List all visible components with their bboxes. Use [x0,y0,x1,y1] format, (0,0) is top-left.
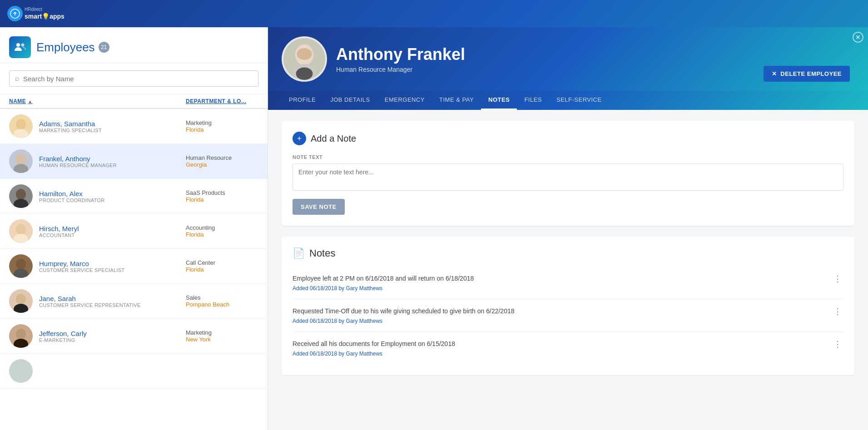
tab-notes[interactable]: NOTES [481,91,517,110]
employee-avatar [9,184,33,208]
notes-section: 📄 Notes Employee left at 2 PM on 6/16/20… [282,237,854,375]
employee-info: Adams, Samantha MARKETING SPECIALIST [39,120,186,133]
dept-location: Florida [186,266,258,273]
employee-row[interactable]: Humprey, Marco CUSTOMER SERVICE SPECIALI… [0,249,268,284]
note-options-menu[interactable]: ⋮ [832,306,843,316]
employee-role: CUSTOMER SERVICE SPECIALIST [39,267,186,273]
employee-avatar [9,254,33,278]
tab-emergency[interactable]: EMERGENCY [377,91,432,110]
dept-name: Human Resource [186,154,258,161]
logo: HRdirect smart💡apps [7,6,64,21]
note-meta: Added 06/18/2018 by Gary Matthews [293,351,455,357]
svg-point-10 [16,189,26,200]
note-options-menu[interactable]: ⋮ [832,274,843,284]
search-input[interactable] [23,75,253,83]
close-button[interactable]: ✕ [853,32,863,43]
search-area: ⌕ [0,63,268,94]
employee-avatar [9,359,33,383]
svg-point-27 [297,48,312,60]
detail-avatar [282,36,327,82]
employee-row[interactable]: Adams, Samantha MARKETING SPECIALIST Mar… [0,109,268,144]
employee-info: Frankel, Anthony HUMAN RESOURCE MANAGER [39,155,186,168]
search-icon: ⌕ [15,74,20,83]
dept-location: Florida [186,196,258,203]
employee-avatar [9,289,33,313]
employee-avatar [9,149,33,173]
tab-time-pay[interactable]: TIME & PAY [432,91,481,110]
tab-self-service[interactable]: SELF-SERVICE [549,91,609,110]
employee-avatar [9,114,33,138]
note-content: Requested Time-Off due to his wife givin… [293,306,515,324]
note-text-input[interactable] [293,163,843,191]
note-meta: Added 06/18/2018 by Gary Matthews [293,318,515,324]
employees-icon [9,36,31,58]
svg-point-22 [16,329,26,340]
logo-icon [7,6,23,21]
employee-row[interactable] [0,354,268,389]
dept-name: Call Center [186,259,258,266]
employee-dept: Marketing Florida [186,119,258,133]
search-box[interactable]: ⌕ [9,70,258,87]
employee-name: Jefferson, Carly [39,330,186,337]
logo-smartapps: smart💡apps [25,12,64,20]
employee-name: Frankel, Anthony [39,155,186,163]
employee-role: HUMAN RESOURCE MANAGER [39,163,186,168]
dept-location: New York [186,336,258,343]
employee-role: E-MARKETING [39,337,186,343]
dept-location: Florida [186,126,258,133]
employee-avatar [9,219,33,243]
logo-hrdirect: HRdirect [25,6,64,12]
employee-role: PRODUCT COORDINATOR [39,198,186,203]
delete-employee-button[interactable]: ✕ DELETE EMPLOYEE [764,66,850,82]
sort-arrow-icon: ▲ [28,99,32,104]
svg-point-1 [16,43,20,47]
svg-point-13 [16,224,26,235]
svg-point-24 [9,359,33,383]
col-name-header[interactable]: NAME ▲ [9,98,186,104]
add-note-icon: + [293,132,306,145]
employee-dept: Marketing New York [186,329,258,343]
note-text-field: NOTE TEXT [293,154,843,193]
notes-section-title: 📄 Notes [293,247,843,259]
detail-tabs: PROFILEJOB DETAILSEMERGENCYTIME & PAYNOT… [268,91,868,110]
svg-point-7 [15,153,26,165]
dept-name: Sales [186,294,258,301]
col-dept-header[interactable]: DEPARTMENT & LO... [186,98,258,104]
employee-row[interactable]: Hamilton, Alex PRODUCT COORDINATOR SaaS … [0,179,268,214]
employee-dept: Human Resource Georgia [186,154,258,168]
dept-name: Marketing [186,119,258,126]
note-meta: Added 06/18/2018 by Gary Matthews [293,285,474,292]
employee-row[interactable]: Jane, Sarah CUSTOMER SERVICE REPRESENTAT… [0,284,268,319]
tab-files[interactable]: FILES [517,91,549,110]
employee-role: CUSTOMER SERVICE REPRESENTATIVE [39,302,186,308]
dept-name: SaaS Products [186,189,258,196]
dept-name: Marketing [186,329,258,336]
employee-list: Adams, Samantha MARKETING SPECIALIST Mar… [0,109,268,430]
employee-row[interactable]: Jefferson, Carly E-MARKETING Marketing N… [0,319,268,354]
employee-role: ACCOUNTANT [39,232,186,238]
save-note-button[interactable]: SAVE NOTE [293,199,345,215]
note-text: Employee left at 2 PM on 6/16/2018 and w… [293,274,474,283]
employee-name: Hamilton, Alex [39,190,186,198]
employee-row[interactable]: Hirsch, Meryl ACCOUNTANT Accounting Flor… [0,214,268,249]
top-nav: HRdirect smart💡apps [0,0,868,27]
table-header: NAME ▲ DEPARTMENT & LO... [0,94,268,109]
employee-info: Humprey, Marco CUSTOMER SERVICE SPECIALI… [39,260,186,273]
note-item: Received all his documents for Employmen… [293,332,843,364]
right-panel: Anthony Frankel Human Resource Manager ✕… [268,27,868,430]
employee-name: Jane, Sarah [39,295,186,302]
svg-point-19 [16,294,26,305]
employee-name: Adams, Samantha [39,120,186,128]
employee-role: MARKETING SPECIALIST [39,128,186,133]
note-content: Received all his documents for Employmen… [293,339,455,357]
svg-point-29 [296,67,313,80]
employee-name: Hirsch, Meryl [39,225,186,232]
left-panel: Employees 21 ⌕ NAME ▲ DEPARTMENT & LO... [0,27,268,430]
svg-point-2 [21,44,25,47]
note-item: Employee left at 2 PM on 6/16/2018 and w… [293,267,843,299]
note-options-menu[interactable]: ⋮ [832,339,843,349]
tab-job-details[interactable]: JOB DETAILS [323,91,377,110]
add-note-section: + Add a Note NOTE TEXT SAVE NOTE [282,121,854,226]
employee-row[interactable]: Frankel, Anthony HUMAN RESOURCE MANAGER … [0,144,268,179]
tab-profile[interactable]: PROFILE [282,91,323,110]
